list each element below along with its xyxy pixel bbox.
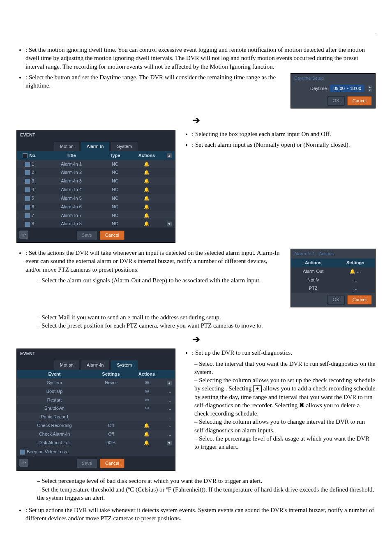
mail-icon[interactable]: ✉ [145,389,149,394]
ellipsis-icon[interactable]: … [167,423,172,428]
row-checkbox[interactable] [25,205,30,210]
row-title[interactable]: Alarm-In 4 [42,185,100,194]
row-type[interactable]: NC [100,211,130,220]
event-alarm-in-panel: EVENT Motion Alarm-In System No. Title T… [16,130,175,243]
bell-icon[interactable]: 🔔 [144,196,150,201]
ellipsis-icon[interactable]: … [167,414,172,419]
text: . Selecting [226,385,253,392]
cancel-button[interactable]: Cancel [347,295,372,305]
panel-title: Daytime Setup [291,74,375,83]
bell-icon[interactable]: 🔔 [144,170,150,175]
save-button[interactable]: Save [76,459,97,468]
scroll-down-icon[interactable]: ▼ [167,222,172,226]
table-row: Panic Record… [17,413,175,421]
ellipsis-icon[interactable]: … [167,397,172,402]
bell-icon[interactable]: 🔔 [144,204,150,209]
back-icon[interactable]: ↩ [19,459,28,467]
row-type[interactable]: NC [100,168,130,177]
row-title[interactable]: Alarm-In 7 [42,211,100,220]
mail-icon[interactable]: ✉ [145,406,149,411]
ellipsis-icon[interactable]: … [167,389,172,394]
ok-button[interactable]: OK [327,96,345,106]
row-title[interactable]: Alarm-In 3 [42,177,100,185]
row-checkbox[interactable] [25,170,30,175]
row-title[interactable]: Alarm-In 6 [42,203,100,211]
bell-icon[interactable]: 🔔 [144,178,150,183]
mail-icon[interactable]: ✉ [145,397,149,402]
bell-icon[interactable]: 🔔 [144,221,150,226]
row-event: Check Alarm-In [17,430,92,439]
daytime-value[interactable]: 09:00 ~ 18:00 [330,85,364,92]
tab-alarm-in[interactable]: Alarm-In [81,141,110,151]
row-title[interactable]: Alarm-In 1 [42,160,100,169]
ellipsis-icon[interactable]: … [353,277,357,282]
row-type[interactable]: NC [100,185,130,194]
bell-icon[interactable]: 🔔 [350,269,355,274]
row-title[interactable]: Alarm-In 8 [42,219,100,228]
scroll-down-icon[interactable]: ▼ [167,441,172,446]
row-settings[interactable]: Off [92,421,130,430]
text: : Set up actions the DVR will take whene… [25,507,374,522]
save-button[interactable]: Save [76,231,97,240]
row-settings[interactable]: Off [92,430,130,439]
cancel-button[interactable]: Cancel [347,96,372,106]
beep-checkbox[interactable] [20,450,25,455]
row-settings[interactable]: 90% [92,439,130,447]
cancel-button[interactable]: Cancel [100,459,125,468]
row-checkbox[interactable] [25,187,30,192]
row-type[interactable]: NC [100,219,130,228]
row-settings[interactable] [92,387,130,396]
row-settings[interactable] [92,413,130,421]
row-checkbox[interactable] [25,222,30,227]
tab-motion[interactable]: Motion [54,360,80,370]
row-settings[interactable] [92,396,130,404]
ellipsis-icon[interactable]: … [353,286,357,291]
row-type[interactable]: NC [100,160,130,169]
table-row: Restart✉… [17,396,175,404]
spinner[interactable]: ▲▼ [368,85,372,92]
row-settings[interactable] [92,404,130,413]
row-event: Check Recording [17,421,92,430]
checkbox-all[interactable] [23,153,28,158]
ellipsis-icon[interactable]: … [357,269,361,274]
spin-down-icon[interactable]: ▼ [368,89,372,92]
row-title[interactable]: Alarm-In 2 [42,168,100,177]
row-type[interactable]: NC [100,177,130,185]
row-no: 2 [32,170,34,175]
tab-alarm-in[interactable]: Alarm-In [81,360,110,370]
row-checkbox[interactable] [25,196,30,201]
scroll-up-icon[interactable]: ▲ [167,153,172,158]
tab-system[interactable]: System [111,360,138,370]
bell-icon[interactable]: 🔔 [144,440,150,445]
ellipsis-icon[interactable]: … [167,406,172,411]
row-checkbox[interactable] [25,179,30,184]
row-settings[interactable]: Never [92,379,130,387]
tab-system[interactable]: System [111,141,138,151]
row-title[interactable]: Alarm-In 5 [42,194,100,203]
row-event: Restart [17,396,92,404]
bell-icon[interactable]: 🔔 [144,423,150,428]
panel-title: EVENT [17,349,175,358]
tab-motion[interactable]: Motion [54,141,80,151]
row-type[interactable]: NC [100,203,130,211]
scroll-up-icon[interactable]: ▲ [167,381,172,385]
back-icon[interactable]: ↩ [19,231,28,239]
bell-icon[interactable]: 🔔 [144,213,150,218]
spin-up-icon[interactable]: ▲ [368,85,372,88]
ok-button[interactable]: OK [327,295,345,305]
sub-disk-temperature: – Set the temperature threshold and (ºC … [37,485,376,502]
col-title: Title [42,151,100,160]
bell-icon[interactable]: 🔔 [144,432,150,436]
col-actions: Actions [130,370,164,379]
row-checkbox[interactable] [25,213,30,218]
table-row: 7Alarm-In 7NC🔔 [17,211,175,220]
bell-icon[interactable]: 🔔 [144,187,150,192]
bullet-no: : Selecting the box toggles each alarm i… [192,130,376,138]
row-type[interactable]: NC [100,194,130,203]
cancel-button[interactable]: Cancel [100,231,125,240]
table-row: 8Alarm-In 8NC🔔▼ [17,219,175,228]
ellipsis-icon[interactable]: … [167,432,172,436]
mail-icon[interactable]: ✉ [145,380,149,385]
bell-icon[interactable]: 🔔 [144,162,150,166]
row-checkbox[interactable] [25,162,30,167]
